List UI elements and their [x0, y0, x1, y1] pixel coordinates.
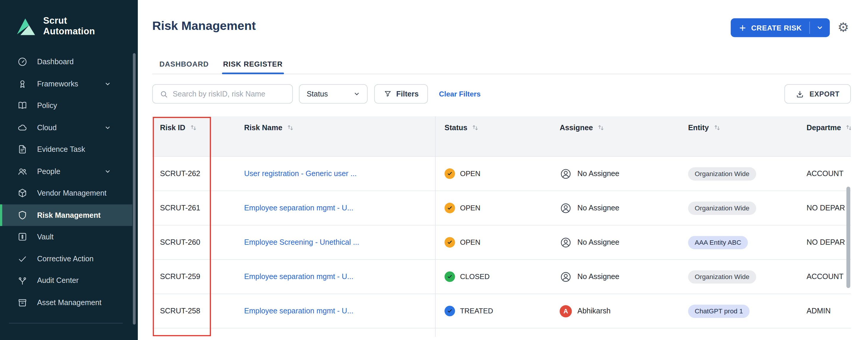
sidebar-item-vault[interactable]: Vault [0, 226, 132, 248]
sort-icon[interactable] [286, 123, 294, 132]
sidebar-item-label: Evidence Task [37, 145, 85, 153]
chevron-down-icon [816, 24, 823, 31]
audit-center-icon [17, 276, 28, 286]
department-cell: NO DEPAR [806, 191, 845, 225]
create-risk-dropdown-toggle[interactable] [810, 18, 830, 37]
status-label: OPEN [460, 204, 480, 212]
risk-management-icon [17, 210, 28, 221]
column-header-status[interactable]: Status [444, 123, 479, 132]
evidence-task-icon [17, 144, 28, 155]
no-assignee-icon [560, 168, 572, 180]
download-icon [796, 89, 804, 98]
status-label: OPEN [460, 238, 480, 247]
sidebar-item-label: Vendor Management [37, 189, 106, 197]
sidebar-item-dashboard[interactable]: Dashboard [0, 51, 132, 73]
tab-dashboard[interactable]: DASHBOARD [158, 54, 210, 74]
search-input[interactable] [173, 90, 287, 98]
sort-icon[interactable] [597, 123, 605, 132]
status-cell: OPEN [444, 225, 480, 259]
sidebar-item-label: Risk Management [37, 211, 100, 219]
people-icon [17, 166, 28, 177]
sidebar-item-vendor-management[interactable]: Vendor Management [0, 182, 132, 204]
sidebar-item-asset-management[interactable]: Asset Management [0, 292, 132, 314]
entity-cell: AAA Entity ABC [688, 225, 748, 259]
table-scrollbar[interactable] [846, 187, 850, 288]
status-filter-label: Status [307, 90, 328, 98]
filters-button[interactable]: Filters [374, 84, 428, 104]
risk-name-link[interactable]: Employee Screening - Unethical ... [244, 238, 359, 247]
no-assignee-icon [560, 236, 572, 248]
risk-name-link[interactable]: Employee separation mgmt - U... [244, 204, 353, 212]
table-row: SCRUT-262User registration - Generic use… [152, 157, 851, 191]
filters-button-label: Filters [396, 90, 419, 98]
table-body: SCRUT-262User registration - Generic use… [152, 157, 851, 329]
no-assignee-icon [560, 202, 572, 214]
sidebar-item-label: Asset Management [37, 298, 101, 307]
sidebar-item-frameworks[interactable]: Frameworks [0, 73, 132, 95]
export-button-label: EXPORT [809, 90, 840, 98]
status-cell: CLOSED [444, 260, 490, 293]
settings-gear-icon[interactable]: ⚙ [838, 19, 849, 35]
funnel-icon [383, 90, 392, 98]
status-check-icon [444, 237, 455, 248]
status-filter-dropdown[interactable]: Status [299, 84, 368, 104]
sidebar-item-label: Frameworks [37, 80, 78, 88]
assignee-cell: No Assignee [560, 191, 619, 225]
clear-filters-link[interactable]: Clear Filters [439, 84, 480, 104]
risk-name-link[interactable]: Employee separation mgmt - U... [244, 273, 353, 281]
sticky-column-divider [435, 116, 436, 337]
risk-name-link[interactable]: Employee separation mgmt - U... [244, 307, 353, 315]
chevron-down-icon [104, 80, 111, 87]
sidebar-item-label: Vault [37, 233, 54, 241]
status-cell: TREATED [444, 294, 493, 328]
search-box[interactable] [152, 84, 293, 104]
column-header-risk-name[interactable]: Risk Name [244, 123, 294, 132]
sidebar-item-evidence-task[interactable]: Evidence Task [0, 139, 132, 160]
create-risk-main[interactable]: CREATE RISK [731, 18, 809, 37]
chevron-down-icon [104, 124, 111, 131]
status-check-icon [444, 306, 455, 316]
risk-name-cell: User registration - Generic user ... [244, 157, 356, 191]
risk-name-link[interactable]: User registration - Generic user ... [244, 170, 356, 178]
plus-icon [739, 24, 747, 32]
risk-name-cell: Employee separation mgmt - U... [244, 191, 353, 225]
column-header-assignee[interactable]: Assignee [560, 123, 605, 132]
assignee-cell: No Assignee [560, 157, 619, 191]
entity-cell: Organization Wide [688, 191, 756, 225]
sidebar-item-corrective-action[interactable]: Corrective Action [0, 248, 132, 270]
tab-risk-register[interactable]: RISK REGISTER [222, 54, 284, 74]
column-header-risk-id[interactable]: Risk ID [160, 123, 197, 132]
risk-name-cell: Employee separation mgmt - U... [244, 260, 353, 293]
sidebar-item-label: Cloud [37, 123, 57, 132]
assignee-label: No Assignee [577, 170, 619, 178]
status-cell: OPEN [444, 191, 480, 225]
sort-icon[interactable] [713, 123, 721, 132]
entity-pill: ChatGPT prod 1 [688, 305, 750, 318]
sort-icon[interactable] [471, 123, 479, 132]
sidebar-nav: DashboardFrameworksPolicyCloudEvidence T… [0, 51, 132, 313]
brand-name: Scrut Automation [43, 16, 95, 36]
column-header-entity[interactable]: Entity [688, 123, 721, 132]
column-header-label: Departme [806, 123, 841, 132]
entity-pill: Organization Wide [688, 201, 756, 215]
status-check-icon [444, 203, 455, 214]
sidebar-item-cloud[interactable]: Cloud [0, 117, 132, 139]
export-button[interactable]: EXPORT [784, 84, 851, 104]
column-header-label: Status [444, 123, 467, 132]
sort-icon[interactable] [189, 123, 197, 132]
sidebar-item-policy[interactable]: Policy [0, 95, 132, 117]
sidebar-item-people[interactable]: People [0, 160, 132, 182]
sidebar-item-risk-management[interactable]: Risk Management [0, 204, 132, 226]
sort-icon[interactable] [845, 123, 851, 132]
status-check-icon [444, 271, 455, 282]
assignee-label: No Assignee [577, 204, 619, 212]
column-header-departme[interactable]: Departme [806, 123, 851, 132]
sidebar-scrollbar[interactable] [133, 53, 135, 324]
column-header-label: Risk ID [160, 123, 185, 132]
entity-pill: AAA Entity ABC [688, 235, 748, 249]
create-risk-button[interactable]: CREATE RISK [731, 18, 830, 37]
column-header-label: Assignee [560, 123, 593, 132]
sidebar-item-audit-center[interactable]: Audit Center [0, 270, 132, 292]
asset-management-icon [17, 298, 28, 308]
department-cell: ACCOUNT [806, 260, 843, 293]
